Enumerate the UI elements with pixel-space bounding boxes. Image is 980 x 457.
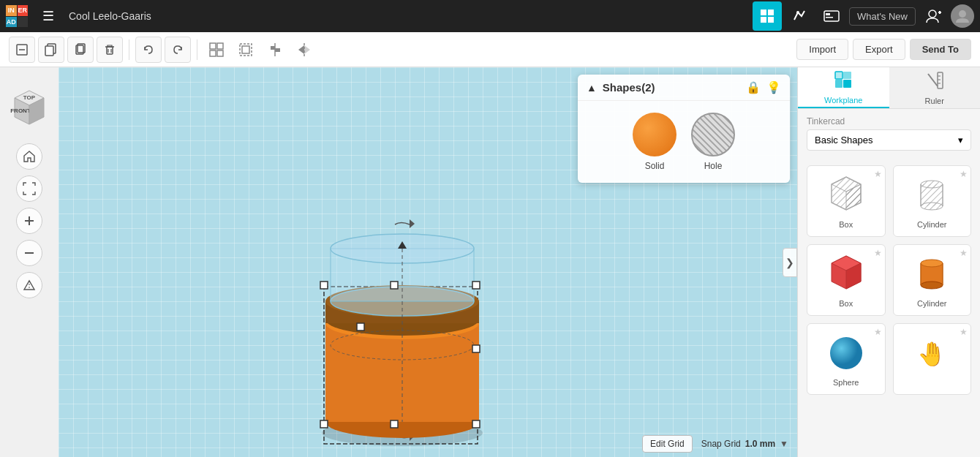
zoom-in-button[interactable] <box>16 208 42 234</box>
doc-name: Cool Leelo-Gaaris <box>69 10 151 22</box>
hole-shape-circle[interactable] <box>691 113 735 156</box>
right-panel: Workplane Ruler Tinkercad Basic Sh <box>797 67 980 457</box>
shapes-panel-title: Shapes(2) <box>603 81 740 94</box>
workplane-tab-label: Workplane <box>824 96 862 105</box>
hand-preview: 🤚 <box>910 331 954 375</box>
svg-rect-21 <box>210 43 216 49</box>
edit-grid-button[interactable]: Edit Grid <box>642 435 693 453</box>
logo-cell-blank <box>18 17 29 28</box>
build-button[interactable] <box>785 1 814 31</box>
svg-rect-15 <box>45 46 53 56</box>
star-icon-6: ★ <box>960 327 968 337</box>
tinkercad-label: Tinkercad <box>807 116 971 126</box>
solid-shape-circle[interactable] <box>633 113 676 156</box>
shapes-visibility-button[interactable]: 💡 <box>766 80 781 94</box>
svg-text:🤚: 🤚 <box>917 340 946 368</box>
cylinder-hole-preview <box>910 173 954 217</box>
star-icon-3: ★ <box>874 248 882 258</box>
svg-point-93 <box>921 260 943 267</box>
shape-card-cylinder-solid[interactable]: ★ Cylinder <box>893 244 972 316</box>
star-icon: ★ <box>874 169 882 179</box>
solid-shape-label: Solid <box>645 161 665 171</box>
topbar: IN ER AD ☰ Cool Leelo-Gaaris What's New <box>0 0 980 32</box>
align-button[interactable] <box>262 37 288 63</box>
svg-text:FRONT: FRONT <box>10 107 31 114</box>
export-button[interactable]: Export <box>853 39 905 60</box>
new-button[interactable] <box>9 37 35 63</box>
mirror-button[interactable] <box>291 37 317 63</box>
ruler-tab[interactable]: Ruler <box>889 67 981 108</box>
import-button[interactable]: Import <box>796 39 848 60</box>
snap-grid-control: Snap Grid 1.0 mm ▼ <box>701 439 788 449</box>
svg-point-86 <box>921 203 943 210</box>
svg-rect-7 <box>826 17 833 18</box>
zoom-out-button[interactable] <box>16 240 42 266</box>
ungroup-button[interactable] <box>233 37 259 63</box>
box-solid-label: Box <box>839 299 853 308</box>
redo-button[interactable] <box>165 37 191 63</box>
svg-rect-24 <box>217 50 223 56</box>
svg-rect-26 <box>242 46 249 53</box>
shapes-collapse-button[interactable]: ▲ <box>587 82 597 94</box>
shape-card-cylinder-hole[interactable]: ★ Cylinder <box>893 165 972 237</box>
svg-rect-71 <box>843 80 851 88</box>
hole-shape-item[interactable]: Hole <box>691 113 735 171</box>
bottom-bar: Edit Grid Snap Grid 1.0 mm ▼ <box>59 431 797 457</box>
svg-point-11 <box>959 10 966 18</box>
workplane-icon <box>833 69 853 94</box>
delete-button[interactable] <box>97 37 123 63</box>
svg-rect-28 <box>271 46 275 50</box>
shape-card-box-solid[interactable]: ★ Box <box>807 244 886 316</box>
solid-shape-item[interactable]: Solid <box>633 113 676 171</box>
star-icon-2: ★ <box>960 169 968 179</box>
svg-rect-69 <box>843 72 851 79</box>
expand-panel-button[interactable]: ❯ <box>783 248 797 277</box>
undo-button[interactable] <box>135 37 162 63</box>
simulate-button[interactable] <box>817 1 846 31</box>
whats-new-button[interactable]: What's New <box>849 7 916 26</box>
grid-view-button[interactable] <box>753 1 782 31</box>
shape-card-sphere[interactable]: ★ Sphere <box>807 323 886 395</box>
group-button[interactable] <box>203 37 230 63</box>
shapes-lock-button[interactable]: 🔒 <box>746 80 761 94</box>
home-view-button[interactable] <box>16 143 42 170</box>
cylinder-hole-label: Cylinder <box>917 220 946 229</box>
snap-grid-dropdown[interactable]: ▼ <box>780 439 788 449</box>
shapes-panel: ▲ Shapes(2) 🔒 💡 Solid Hole <box>578 75 790 183</box>
star-icon-4: ★ <box>960 248 968 258</box>
logo-cell-er: ER <box>18 5 29 16</box>
fit-view-button[interactable] <box>16 175 42 202</box>
send-to-button[interactable]: Send To <box>910 39 971 60</box>
view-cube[interactable]: TOP FRONT <box>4 82 54 132</box>
svg-rect-0 <box>761 10 766 15</box>
workplane-tab[interactable]: Workplane <box>798 67 889 108</box>
logo[interactable]: IN ER AD <box>6 5 28 27</box>
ruler-icon <box>924 70 945 95</box>
category-dropdown-arrow: ▾ <box>958 135 963 146</box>
svg-rect-29 <box>275 48 280 52</box>
copy-button[interactable] <box>38 37 64 63</box>
category-section: Tinkercad Basic Shapes ▾ <box>798 109 980 158</box>
svg-point-97 <box>830 337 862 369</box>
duplicate-button[interactable] <box>67 37 94 63</box>
shapes-grid: ★ Box ★ <box>798 158 980 402</box>
category-dropdown[interactable]: Basic Shapes ▾ <box>807 129 971 151</box>
cylinder-solid-label: Cylinder <box>917 299 946 308</box>
svg-text:TOP: TOP <box>23 94 36 101</box>
svg-rect-23 <box>210 50 216 56</box>
logo-cell-in: IN <box>6 5 17 16</box>
perspective-button[interactable] <box>16 272 42 298</box>
svg-rect-22 <box>217 43 223 49</box>
shape-card-box-hole[interactable]: ★ Box <box>807 165 886 237</box>
svg-rect-1 <box>768 10 774 15</box>
toolbar: Import Export Send To <box>0 32 980 67</box>
add-user-button[interactable] <box>919 1 948 31</box>
user-avatar[interactable] <box>951 4 974 28</box>
star-icon-5: ★ <box>874 327 882 337</box>
viewport[interactable]: ▲ Shapes(2) 🔒 💡 Solid Hole ❯ Edit Grid <box>59 67 797 457</box>
cylinder-solid-preview <box>910 252 954 296</box>
shape-card-hand[interactable]: ★ 🤚 <box>893 323 972 395</box>
hamburger-menu[interactable]: ☰ <box>35 3 61 29</box>
snap-grid-label: Snap Grid <box>701 439 741 449</box>
svg-point-94 <box>921 282 943 289</box>
